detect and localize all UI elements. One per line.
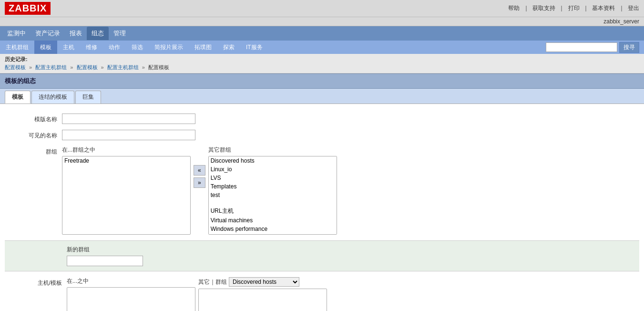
sub-nav-item-map[interactable]: 拓璞图 [189,41,217,54]
breadcrumb-section: 历史记录: 配置模板 » 配置主机群组 » 配置模板 » 配置主机群组 » 配置… [0,54,644,73]
group-in-label: 在...群组之中 [62,146,191,154]
sub-nav-item-maintenance[interactable]: 维修 [80,41,103,54]
sub-nav-item-discovery[interactable]: 探索 [217,41,240,54]
new-group-input[interactable] [67,256,143,266]
history-label: 历史记录: [5,56,639,63]
left-group-list[interactable]: Freetrade [62,156,191,235]
list-item[interactable]: Templates [209,182,337,191]
breadcrumb-link-4[interactable]: 配置主机群组 [107,64,139,70]
arrow-right-button[interactable]: » [194,177,205,188]
sub-nav-item-actions[interactable]: 动作 [103,41,126,54]
group-row: 群组 在...群组之中 Freetrade « » 其它群组 Discovere… [5,146,639,235]
list-item[interactable]: URL主机 [209,206,337,216]
arrow-left-button[interactable]: « [194,165,205,176]
sub-nav-item-filter[interactable]: 筛选 [126,41,149,54]
tabs-bar: 模板连结的模板巨集 [0,89,644,104]
new-group-section: 新的群组 [5,240,639,271]
support-link[interactable]: 获取支持 [532,5,555,11]
search-input[interactable] [546,42,617,52]
list-item[interactable]: Freetrade [62,156,190,165]
print-link[interactable]: 打印 [568,5,580,11]
template-name-row: 模版名称 [5,114,639,124]
main-nav: 监测中资产记录报表组态管理 [0,26,644,41]
sub-nav-item-hostgroups[interactable]: 主机群组 [0,41,34,54]
breadcrumb-link-3[interactable]: 配置模板 [77,64,98,70]
logo: ZABBIX [5,2,51,15]
arrow-buttons: « » [194,146,205,188]
template-name-input[interactable] [62,114,195,124]
template-name-label: 模版名称 [5,114,62,124]
tab-macro[interactable]: 巨集 [75,91,101,104]
main-nav-item-report[interactable]: 报表 [65,27,87,40]
visible-name-label: 可见的名称 [5,130,62,140]
list-item[interactable]: LVS [209,174,337,182]
host-other-label-text: 其它｜群组 [198,278,227,286]
host-content: 在...之中 其它｜群组 Discovered hostsLinux_ioLVS… [67,277,327,311]
visible-name-row: 可见的名称 [5,130,639,140]
search-button[interactable]: 搜寻 [619,42,639,53]
breadcrumb-link-2[interactable]: 配置主机群组 [35,64,67,70]
visible-name-field [62,130,639,140]
group-label: 群组 [5,146,62,156]
host-left-list[interactable] [67,287,195,311]
host-in-label: 在...之中 [67,277,195,285]
list-item[interactable]: test [209,191,337,199]
sub-nav-search: 搜寻 [541,42,644,53]
group-content: 在...群组之中 Freetrade « » 其它群组 Discovered h… [62,146,337,235]
sub-nav-item-hosts[interactable]: 主机 [57,41,80,54]
main-nav-item-assets[interactable]: 资产记录 [31,27,65,40]
sub-nav-item-itservice[interactable]: IT服务 [240,41,268,54]
main-nav-item-admin[interactable]: 管理 [109,27,131,40]
server-name: zabbix_server [603,18,639,25]
host-other-container: 其它｜群组 Discovered hostsLinux_ioLVSTemplat… [198,277,327,287]
group-other-label: 其它群组 [208,146,337,154]
host-template-label: 主机/模板 [10,277,67,287]
list-item[interactable]: Discovered hosts [209,156,337,165]
tab-linked[interactable]: 连结的模板 [31,91,74,104]
visible-name-input[interactable] [62,130,195,140]
right-group-list[interactable]: Discovered hostsLinux_ioLVSTemplatestest… [208,156,337,235]
top-bar: ZABBIX 帮助 ｜ 获取支持 ｜ 打印 ｜ 基本资料 ｜ 登出 [0,0,644,17]
host-right-list[interactable] [198,289,327,311]
logout-link[interactable]: 登出 [628,5,639,11]
list-item[interactable]: Virtual machines [209,216,337,225]
sub-nav-left: 主机群组模板主机维修动作筛选简报片展示拓璞图探索IT服务 [0,41,541,54]
list-item[interactable]: Linux_io [209,165,337,174]
list-item[interactable] [209,199,337,206]
host-right-container: 其它｜群组 Discovered hostsLinux_ioLVSTemplat… [198,277,327,311]
left-group-container: 在...群组之中 Freetrade [62,146,191,235]
breadcrumb-current: 配置模板 [148,64,169,70]
help-link[interactable]: 帮助 [508,5,520,11]
list-item[interactable]: Zabbix servers [209,233,337,235]
breadcrumb: 配置模板 » 配置主机群组 » 配置模板 » 配置主机群组 » 配置模板 [5,64,639,71]
top-links: 帮助 ｜ 获取支持 ｜ 打印 ｜ 基本资料 ｜ 登出 [508,4,639,12]
template-name-field [62,114,639,124]
sub-nav-item-slideshow[interactable]: 简报片展示 [149,41,189,54]
profile-link[interactable]: 基本资料 [592,5,615,11]
main-nav-item-config[interactable]: 组态 [87,27,109,40]
list-item[interactable]: Windows performance [209,225,337,233]
host-template-row: 主机/模板 在...之中 其它｜群组 Discovered hostsLinux… [5,277,639,311]
host-left-container: 在...之中 [67,277,195,311]
new-group-label: 新的群组 [67,246,634,254]
breadcrumb-link-1[interactable]: 配置模板 [5,64,26,70]
main-nav-item-monitor[interactable]: 监测中 [2,27,31,40]
section-header: 模板的组态 [0,73,644,89]
sub-nav: 主机群组模板主机维修动作筛选简报片展示拓璞图探索IT服务 搜寻 [0,41,644,54]
right-group-container: 其它群组 Discovered hostsLinux_ioLVSTemplate… [208,146,337,235]
server-name-bar: zabbix_server [0,17,644,26]
sub-nav-item-templates[interactable]: 模板 [34,41,57,54]
content-area: 模版名称 可见的名称 群组 在...群组之中 Freetrade « » [0,104,644,311]
tab-template[interactable]: 模板 [5,91,31,104]
host-group-select[interactable]: Discovered hostsLinux_ioLVSTemplatestest… [229,277,299,287]
